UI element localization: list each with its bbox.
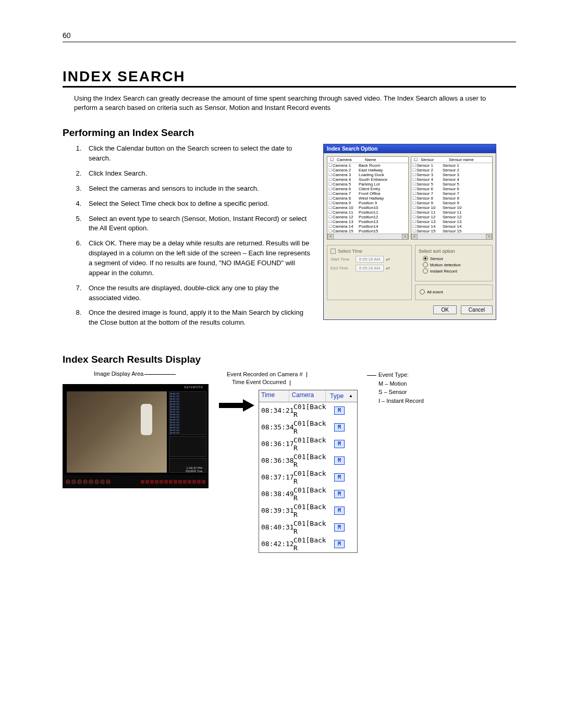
step-item: Once the results are displayed, double-c… bbox=[83, 283, 313, 303]
result-row[interactable]: 08:40:31C01[Back RM bbox=[259, 519, 357, 536]
event-type-badge: M bbox=[334, 456, 345, 465]
camera-row[interactable]: ☐Camera 11Position11 bbox=[327, 210, 408, 215]
result-row[interactable]: 08:39:31C01[Back RM bbox=[259, 502, 357, 519]
camera-row[interactable]: ☐Camera 12Position12 bbox=[327, 215, 408, 219]
camera-row[interactable]: ☐Camera 4South Entrance bbox=[327, 177, 408, 182]
sensor-row[interactable]: ☐Sensor 2Sensor 2 bbox=[411, 168, 492, 172]
ok-button[interactable]: OK bbox=[433, 305, 456, 314]
event-type-badge: M bbox=[334, 540, 345, 548]
end-time-field[interactable]: 8:25:18 AM bbox=[356, 265, 384, 272]
page-number: 60 bbox=[63, 31, 542, 40]
radio-instant[interactable] bbox=[423, 268, 428, 274]
event-type-badge: M bbox=[334, 423, 345, 431]
camera-row[interactable]: ☐Camera 8West Hallway bbox=[327, 196, 408, 201]
radio-sensor[interactable] bbox=[423, 256, 428, 261]
result-row[interactable]: 08:34:21C01[Back RM bbox=[259, 402, 357, 419]
col-type[interactable]: Type▲ bbox=[325, 390, 357, 402]
sensor-row[interactable]: ☐Sensor 3Sensor 3 bbox=[411, 172, 492, 177]
camera-row[interactable]: ☐Camera 10Position10 bbox=[327, 205, 408, 210]
sensor-row[interactable]: ☐Sensor 8Sensor 8 bbox=[411, 196, 492, 201]
sensor-row[interactable]: ☐Sensor 9Sensor 9 bbox=[411, 201, 492, 205]
camera-listbox[interactable]: ☐ Camera Name ☐Camera 1Back Room☐Camera … bbox=[327, 156, 409, 240]
spinner-icon[interactable]: ▴▾ bbox=[386, 257, 391, 262]
scroll-left-icon[interactable]: < bbox=[411, 234, 418, 240]
title-rule bbox=[63, 86, 516, 88]
camera-row[interactable]: ☐Camera 9Position 9 bbox=[327, 201, 408, 205]
event-type-badge: M bbox=[334, 440, 345, 448]
event-type-badge: M bbox=[334, 473, 345, 482]
radio-motion[interactable] bbox=[423, 262, 428, 267]
sensor-head-checkbox[interactable]: ☐ bbox=[411, 157, 420, 163]
step-item: Click OK. There may be a delay while res… bbox=[83, 239, 313, 278]
dialog-titlebar: Index Search Option bbox=[324, 144, 496, 153]
header-rule bbox=[63, 42, 516, 42]
sensor-row[interactable]: ☐Sensor 4Sensor 4 bbox=[411, 177, 492, 182]
result-row[interactable]: 08:36:38C01[Back RM bbox=[259, 452, 357, 469]
index-search-option-dialog: Index Search Option ☐ Camera Name ☐Camer… bbox=[323, 144, 496, 320]
sensor-row[interactable]: ☐Sensor 5Sensor 5 bbox=[411, 182, 492, 187]
step-item: Select an event type to search (Sensor, … bbox=[83, 214, 313, 234]
player-clock: 1:49:37 PM 05/20/0 Tue bbox=[186, 466, 202, 473]
radio-motion-label: Motion detection bbox=[430, 263, 461, 267]
sensor-listbox[interactable]: ☐ Sensor Sensor name ☐Sensor 1Sensor 1☐S… bbox=[411, 156, 493, 240]
camera-row[interactable]: ☐Camera 15Position15 bbox=[327, 229, 408, 233]
event-type-badge: M bbox=[334, 523, 345, 532]
sensor-row[interactable]: ☐Sensor 6Sensor 6 bbox=[411, 187, 492, 191]
scroll-right-icon[interactable]: > bbox=[402, 234, 408, 240]
center-callouts: Event Recorded on Camera # Time Event Oc… bbox=[219, 371, 358, 387]
result-row[interactable]: 08:35:34C01[Back RM bbox=[259, 419, 357, 436]
sensor-row[interactable]: ☐Sensor 11Sensor 11 bbox=[411, 210, 492, 215]
sensor-head-col1: Sensor bbox=[420, 157, 448, 163]
event-type-badge: M bbox=[334, 507, 345, 515]
sort-asc-icon: ▲ bbox=[347, 392, 355, 399]
radio-sensor-label: Sensor bbox=[430, 256, 443, 261]
camera-row[interactable]: ☐Camera 1Back Room bbox=[327, 163, 408, 168]
camera-row[interactable]: ☐Camera 7Front Office bbox=[327, 191, 408, 196]
step-item: Click Index Search. bbox=[83, 169, 313, 179]
camera-head-col1: Camera bbox=[336, 157, 364, 163]
search-player-screenshot: surveillix 08:30 C0108:31 C0108:32 C0108… bbox=[63, 384, 209, 488]
camera-row[interactable]: ☐Camera 6Client Entry bbox=[327, 187, 408, 191]
arrow-icon bbox=[219, 399, 255, 412]
radio-all-event-label: All event bbox=[427, 290, 443, 294]
sensor-row[interactable]: ☐Sensor 13Sensor 13 bbox=[411, 219, 492, 224]
select-time-checkbox[interactable] bbox=[331, 249, 336, 254]
section-results-display: Index Search Results Display bbox=[63, 354, 542, 365]
event-type-badge: M bbox=[334, 490, 345, 498]
camera-scroll[interactable]: < > bbox=[327, 233, 408, 239]
cancel-button[interactable]: Cancel bbox=[461, 305, 493, 314]
steps-list: Click the Calendar button on the Search … bbox=[63, 144, 313, 333]
select-time-label: Select Time bbox=[338, 249, 362, 254]
sensor-row[interactable]: ☐Sensor 1Sensor 1 bbox=[411, 163, 492, 168]
col-time[interactable]: Time bbox=[259, 390, 289, 402]
results-table[interactable]: Time Camera Type▲ 08:34:21C01[Back RM08:… bbox=[259, 390, 358, 553]
sensor-row[interactable]: ☐Sensor 12Sensor 12 bbox=[411, 215, 492, 219]
results-header: Time Camera Type▲ bbox=[259, 390, 357, 402]
col-camera[interactable]: Camera bbox=[289, 390, 325, 402]
sensor-row[interactable]: ☐Sensor 14Sensor 14 bbox=[411, 224, 492, 229]
mini-results-list: 08:30 C0108:31 C0108:32 C0108:33 C0108:3… bbox=[169, 391, 206, 435]
sensor-row[interactable]: ☐Sensor 15Sensor 15 bbox=[411, 229, 492, 233]
camera-row[interactable]: ☐Camera 14Position14 bbox=[327, 224, 408, 229]
camera-row[interactable]: ☐Camera 2East Hallway bbox=[327, 168, 408, 172]
sensor-row[interactable]: ☐Sensor 10Sensor 10 bbox=[411, 205, 492, 210]
scroll-left-icon[interactable]: < bbox=[327, 234, 334, 240]
sensor-row[interactable]: ☐Sensor 7Sensor 7 bbox=[411, 191, 492, 196]
result-row[interactable]: 08:38:49C01[Back RM bbox=[259, 486, 357, 502]
camera-row[interactable]: ☐Camera 13Position13 bbox=[327, 219, 408, 224]
camera-row[interactable]: ☐Camera 3Loading Dock bbox=[327, 172, 408, 177]
spinner-icon[interactable]: ▴▾ bbox=[386, 266, 391, 270]
camera-head-col2: Name bbox=[364, 157, 377, 163]
result-row[interactable]: 08:37:17C01[Back RM bbox=[259, 469, 357, 486]
sensor-scroll[interactable]: < > bbox=[411, 233, 492, 239]
camera-row[interactable]: ☐Camera 5Parking Lot bbox=[327, 182, 408, 187]
start-time-field[interactable]: 8:25:18 AM bbox=[356, 256, 384, 263]
mini-control-panel bbox=[169, 436, 206, 457]
camera-head-checkbox[interactable]: ☐ bbox=[327, 157, 336, 163]
end-time-label: End Time bbox=[331, 266, 353, 270]
scroll-right-icon[interactable]: > bbox=[486, 234, 492, 240]
all-event-group: All event bbox=[415, 285, 493, 300]
result-row[interactable]: 08:42:12C01[Back RM bbox=[259, 536, 357, 552]
result-row[interactable]: 08:36:17C01[Back RM bbox=[259, 436, 357, 452]
radio-all-event[interactable] bbox=[420, 289, 425, 294]
